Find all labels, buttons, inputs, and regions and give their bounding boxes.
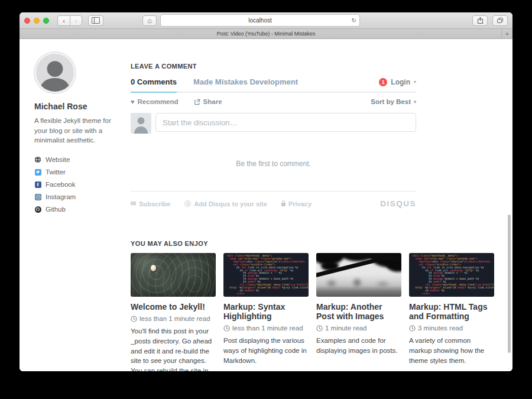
zoom-window-button[interactable] <box>43 18 49 24</box>
chevron-down-icon: ▾ <box>414 79 416 85</box>
back-icon: ‹ <box>63 17 65 24</box>
recommend-label: Recommend <box>138 98 179 105</box>
active-tab-underline <box>131 92 177 93</box>
comment-editor-row <box>131 113 416 134</box>
login-control[interactable]: 1 Login ▾ <box>379 78 416 86</box>
moss-droplet-thumbnail[interactable] <box>131 253 216 297</box>
clock-icon <box>131 316 137 322</box>
toolbar-right-buttons <box>472 15 508 26</box>
share-icon <box>477 17 484 24</box>
instagram-icon <box>34 193 41 200</box>
read-time-label: 1 minute read <box>325 325 366 332</box>
foggy-tree-thumbnail[interactable] <box>316 253 401 297</box>
new-tab-button[interactable]: + <box>501 29 512 38</box>
reload-icon[interactable]: ↻ <box>352 17 356 24</box>
post-title[interactable]: Markup: Syntax Highlighting <box>223 302 309 321</box>
scrollbar-thumb[interactable] <box>508 215 511 353</box>
share-comments-button[interactable]: Share <box>194 98 222 105</box>
related-heading: YOU MAY ALSO ENJOY <box>131 240 494 247</box>
post-title[interactable]: Welcome to Jekyll! <box>131 302 216 312</box>
disqus-tabs: 0 Comments Made Mistakes Development 1 L… <box>131 77 416 93</box>
globe-icon <box>34 156 41 163</box>
comment-input[interactable] <box>155 113 416 132</box>
read-time-label: 3 minutes read <box>418 325 463 332</box>
sidebar-link-website[interactable]: Website <box>34 156 123 163</box>
related-posts: Welcome to Jekyll! less than 1 minute re… <box>131 253 494 371</box>
author-bio: A flexible Jekyll theme for your blog or… <box>34 116 117 145</box>
comment-count-label: 0 Comments <box>131 77 177 86</box>
read-time: 3 minutes read <box>409 325 494 332</box>
plus-icon: + <box>505 30 509 37</box>
disqus-d-icon: D <box>184 200 191 207</box>
post-excerpt: Post displaying the various ways of high… <box>223 336 309 365</box>
post-title[interactable]: Markup: Another Post with Images <box>316 302 401 321</box>
author-name: Michael Rose <box>34 102 123 111</box>
code-screenshot-thumbnail[interactable]: <div class="masthead__menu"> <nav id="si… <box>223 253 309 297</box>
back-button[interactable]: ‹ <box>57 15 70 26</box>
guest-avatar <box>131 113 151 134</box>
sidebar-link-twitter[interactable]: Twitter <box>34 168 123 176</box>
add-disqus-link[interactable]: D Add Disqus to your site <box>184 200 267 207</box>
fog-treeline <box>316 275 401 288</box>
tabs-icon <box>497 17 504 24</box>
disqus-action-row: ♥ Recommend Share Sort by Best ▾ <box>131 98 416 105</box>
main-column: LEAVE A COMMENT 0 Comments Made Mistakes… <box>131 39 494 371</box>
clock-icon <box>223 325 230 332</box>
safari-window: ‹ › ⌂ localhost ↻ <box>20 12 512 371</box>
forward-button[interactable]: › <box>70 15 82 26</box>
tab-title[interactable]: Post: Video (YouTube) - Minimal Mistakes <box>217 31 316 37</box>
page-content: Michael Rose A flexible Jekyll theme for… <box>20 39 512 371</box>
address-bar[interactable]: localhost ↻ <box>160 14 360 27</box>
close-window-button[interactable] <box>24 18 30 24</box>
sidebar-toggle-button[interactable] <box>88 15 103 26</box>
post-excerpt: A variety of common markup showing how t… <box>409 336 494 365</box>
disqus-divider <box>131 191 416 192</box>
sidebar-link-facebook[interactable]: f Facebook <box>34 181 123 188</box>
comment-count-tab[interactable]: 0 Comments <box>131 77 177 86</box>
privacy-link[interactable]: Privacy <box>281 200 312 207</box>
sidebar-link-github[interactable]: Github <box>34 206 123 213</box>
person-silhouette-icon <box>36 54 74 92</box>
show-tabs-button[interactable] <box>492 15 508 26</box>
minimize-window-button[interactable] <box>34 18 40 24</box>
envelope-icon: ✉ <box>131 200 136 207</box>
browser-toolbar: ‹ › ⌂ localhost ↻ <box>20 12 512 29</box>
related-post-card[interactable]: Markup: Another Post with Images 1 minut… <box>316 253 401 371</box>
related-post-card[interactable]: Welcome to Jekyll! less than 1 minute re… <box>131 253 216 371</box>
disqus-embed: 0 Comments Made Mistakes Development 1 L… <box>131 77 416 208</box>
link-label: Twitter <box>46 168 66 176</box>
related-post-card[interactable]: <div class="masthead__menu"> <nav id="si… <box>409 253 494 371</box>
forward-icon: › <box>75 17 77 24</box>
home-button[interactable]: ⌂ <box>142 15 157 26</box>
post-title[interactable]: Markup: HTML Tags and Formatting <box>409 302 494 321</box>
subscribe-link[interactable]: ✉ Subscribe <box>131 200 170 207</box>
url-text: localhost <box>248 17 271 24</box>
sidebar-icon <box>92 17 100 24</box>
read-time-label: less than 1 minute read <box>140 315 210 322</box>
facebook-icon: f <box>34 181 41 188</box>
tab-bar: Post: Video (YouTube) - Minimal Mistakes… <box>20 29 512 39</box>
share-button[interactable] <box>472 15 488 26</box>
heart-icon: ♥ <box>131 98 135 105</box>
code-screenshot-thumbnail[interactable]: <div class="masthead__menu"> <nav id="si… <box>409 253 494 297</box>
person-silhouette-icon <box>131 113 151 134</box>
privacy-label: Privacy <box>288 200 312 207</box>
sort-by-best-dropdown[interactable]: Sort by Best ▾ <box>371 98 416 105</box>
link-label: Github <box>46 206 66 213</box>
sidebar-link-instagram[interactable]: Instagram <box>34 193 123 200</box>
recommend-button[interactable]: ♥ Recommend <box>131 98 179 105</box>
share-box-icon <box>194 99 200 105</box>
read-time: less than 1 minute read <box>131 315 216 322</box>
notification-badge[interactable]: 1 <box>379 78 387 86</box>
author-links: Website Twitter f Facebook <box>34 156 123 213</box>
nav-buttons: ‹ › <box>57 15 82 26</box>
github-icon <box>34 206 41 213</box>
clock-icon <box>316 325 323 332</box>
clock-icon <box>409 325 416 332</box>
forum-name-tab[interactable]: Made Mistakes Development <box>193 77 298 86</box>
water-droplet <box>151 265 156 271</box>
related-post-card[interactable]: <div class="masthead__menu"> <nav id="si… <box>223 253 309 371</box>
window-controls <box>24 18 49 24</box>
disqus-logo[interactable]: DISQUS <box>380 199 416 208</box>
lock-icon <box>281 203 286 206</box>
